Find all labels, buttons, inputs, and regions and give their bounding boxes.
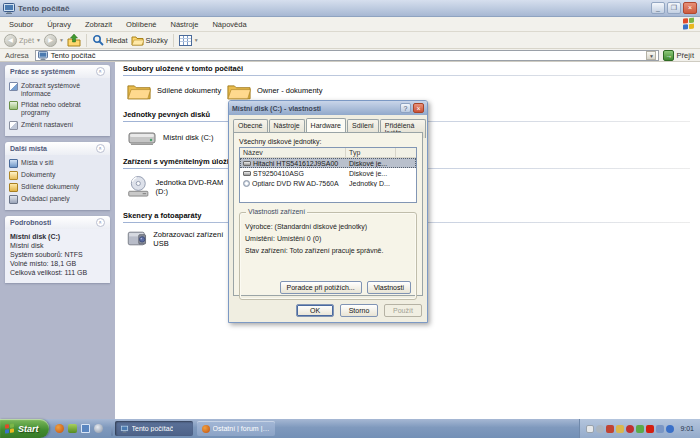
menu-nastroje[interactable]: Nástroje (164, 20, 206, 29)
folders-button[interactable]: Složky (131, 35, 168, 46)
window-title: Tento počítač (18, 4, 649, 13)
collapse-chevron-icon[interactable]: « (96, 67, 105, 76)
system-tasks-panel: Práce se systémem « Zobrazit systémové i… (5, 65, 110, 136)
back-dropdown-icon[interactable]: ▼ (36, 37, 41, 43)
tray-icon[interactable] (606, 425, 614, 433)
tray-icon[interactable] (666, 425, 674, 433)
go-button[interactable]: → Přejít (662, 50, 698, 61)
desktop-screen: Tento počítač _ ❐ × Soubor Úpravy Zobraz… (0, 0, 700, 438)
cancel-button[interactable]: Storno (340, 304, 378, 317)
address-input[interactable]: Tento počítač ▼ (35, 50, 660, 61)
quick-launch-show-desktop-icon[interactable] (81, 424, 90, 433)
device-properties-group: Vlastnosti zařízení Výrobce: (Standardní… (239, 212, 417, 300)
column-header-name[interactable]: Název (240, 148, 346, 157)
ok-button[interactable]: OK (296, 304, 334, 317)
folder-item-shared-documents[interactable]: Sdílené dokumenty (127, 81, 227, 100)
tray-icon[interactable] (646, 425, 654, 433)
back-icon: ◀ (4, 34, 17, 47)
tray-icon[interactable] (586, 425, 594, 433)
start-label: Start (18, 424, 39, 434)
device-list-label: Všechny diskové jednotky: (239, 138, 417, 145)
close-button[interactable]: × (683, 2, 697, 14)
sidebar-item-change-settings[interactable]: Změnit nastavení (9, 121, 106, 130)
collapse-chevron-icon[interactable]: « (96, 144, 105, 153)
dialog-close-button[interactable]: × (413, 103, 424, 113)
menu-bar: Soubor Úpravy Zobrazit Oblíbené Nástroje… (0, 17, 700, 32)
camera-device-icon (127, 228, 147, 249)
tray-icon[interactable] (626, 425, 634, 433)
views-dropdown-icon[interactable]: ▼ (194, 37, 199, 43)
apply-button[interactable]: Použít (384, 304, 422, 317)
disk-drive-icon (243, 171, 251, 176)
sidebar-item-network-places[interactable]: Místa v síti (9, 159, 106, 168)
tray-icon[interactable] (656, 425, 664, 433)
sidebar-item-control-panel[interactable]: Ovládací panely (9, 195, 106, 204)
device-location: Umístění: Umístění 0 (0) (245, 235, 411, 242)
dialog-titlebar: Místní disk (C:) - vlastnosti ? × (229, 101, 427, 115)
taskbar-task-browser[interactable]: Ostatní | forum | Aut... (197, 421, 275, 436)
sidebar-item-shared-documents[interactable]: Sdílené dokumenty (9, 183, 106, 192)
sidebar-item-documents[interactable]: Dokumenty (9, 171, 106, 180)
address-dropdown-icon[interactable]: ▼ (646, 51, 656, 60)
minimize-button[interactable]: _ (651, 2, 665, 14)
tray-icon[interactable] (636, 425, 644, 433)
details-title: Podrobnosti (10, 219, 96, 226)
other-places-title: Další místa (10, 145, 96, 152)
device-item-usb-imaging[interactable]: Zobrazovací zařízení USB (127, 228, 227, 249)
quick-launch-firefox-icon[interactable] (55, 424, 64, 433)
device-row-hitachi[interactable]: Hitachi HTS541612J9SA00 Diskové je... (240, 158, 416, 168)
other-places-header[interactable]: Další místa « (5, 142, 110, 155)
menu-napoveda[interactable]: Nápověda (205, 20, 253, 29)
details-disk-name: Místní disk (C:) (10, 233, 105, 240)
drive-item-local-disk-c[interactable]: Místní disk (C:) (127, 127, 227, 147)
details-filesystem: Systém souborů: NTFS (10, 251, 105, 258)
drive-item-dvd-ram-d[interactable]: Jednotka DVD-RAM (D:) (127, 174, 227, 199)
folder-item-owner-documents[interactable]: Owner - dokumenty (227, 81, 327, 100)
dialog-help-button[interactable]: ? (400, 103, 411, 113)
forward-button[interactable]: ▶ ▼ (44, 34, 64, 47)
firefox-icon (202, 425, 210, 433)
device-list[interactable]: Název Typ Hitachi HTS541612J9SA00 Diskov… (239, 147, 417, 203)
quick-launch-app-icon[interactable] (68, 424, 77, 433)
menu-zobrazit[interactable]: Zobrazit (78, 20, 119, 29)
tray-icon[interactable] (596, 425, 604, 433)
device-row-seagate[interactable]: ST9250410ASG Diskové je... (240, 168, 416, 178)
menu-oblibene[interactable]: Oblíbené (119, 20, 163, 29)
folders-label: Složky (146, 36, 168, 45)
quick-launch-media-player-icon[interactable] (94, 424, 103, 433)
address-bar: Adresa Tento počítač ▼ → Přejít (0, 49, 700, 62)
device-properties-button[interactable]: Vlastnosti (367, 281, 411, 294)
tray-icon[interactable] (616, 425, 624, 433)
views-button[interactable]: ▼ (179, 35, 199, 46)
section-files-title: Soubory uložené v tomto počítači (123, 64, 690, 73)
search-button[interactable]: Hledat (92, 34, 128, 46)
sidebar-item-add-remove-programs[interactable]: Přidat nebo odebrat programy (9, 101, 106, 117)
taskbar: Start Tento počítač Ostatní | forum | Au… (0, 419, 700, 438)
device-status: Stav zařízení: Toto zařízení pracuje spr… (245, 247, 411, 254)
restore-button[interactable]: ❐ (667, 2, 681, 14)
system-tray: 9:01 (579, 419, 700, 438)
device-properties-title: Vlastnosti zařízení (246, 208, 307, 215)
taskbar-task-tento-pocitac[interactable]: Tento počítač (115, 421, 193, 436)
start-button[interactable]: Start (0, 419, 49, 438)
sidebar-item-system-info[interactable]: Zobrazit systémové informace (9, 82, 106, 98)
details-capacity: Celková velikost: 111 GB (10, 269, 105, 276)
toolbar-separator (173, 34, 174, 47)
collapse-chevron-icon[interactable]: « (96, 218, 105, 227)
system-tasks-title: Práce se systémem (10, 68, 96, 75)
hardware-tab-page: Všechny diskové jednotky: Název Typ Hita… (233, 132, 423, 296)
menu-upravy[interactable]: Úpravy (40, 20, 78, 29)
back-button[interactable]: ◀ Zpět ▼ (4, 34, 41, 47)
column-header-type[interactable]: Typ (346, 148, 396, 157)
forward-dropdown-icon[interactable]: ▼ (59, 37, 64, 43)
up-button[interactable] (67, 34, 81, 47)
windows-flag-icon (5, 423, 15, 434)
details-header[interactable]: Podrobnosti « (5, 216, 110, 229)
menu-soubor[interactable]: Soubor (2, 20, 40, 29)
taskbar-clock[interactable]: 9:01 (680, 425, 694, 432)
views-icon (179, 35, 192, 46)
go-arrow-icon: → (663, 50, 674, 61)
troubleshoot-button[interactable]: Poradce při potížích... (280, 281, 362, 294)
system-tasks-header[interactable]: Práce se systémem « (5, 65, 110, 78)
device-row-optiarc[interactable]: Optiarc DVD RW AD-7560A Jednotky D... (240, 178, 416, 188)
